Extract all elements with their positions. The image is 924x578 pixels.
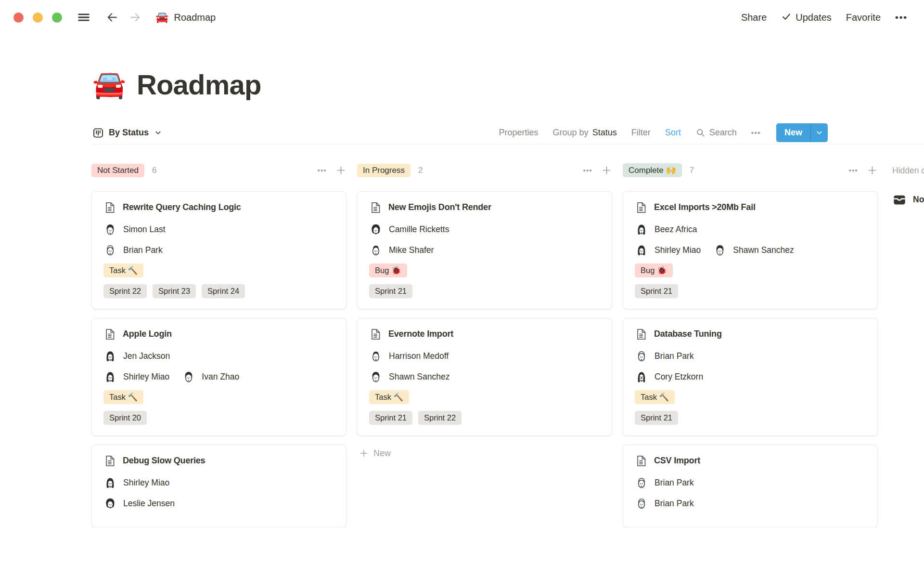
- tag-bug[interactable]: Bug 🐞: [635, 263, 673, 277]
- plus-icon: [359, 448, 369, 458]
- card-rewrite-query-caching-logic[interactable]: Rewrite Query Caching LogicSimon LastBri…: [91, 191, 346, 309]
- person-beez-africa: Beez Africa: [635, 223, 697, 236]
- column-add-icon[interactable]: [867, 165, 878, 176]
- back-arrow-icon[interactable]: [91, 11, 119, 24]
- hidden-columns-section: Hidden columns No Status: [892, 163, 924, 207]
- column-status-pill[interactable]: In Progress: [357, 164, 411, 177]
- column-more-icon[interactable]: •••: [583, 167, 592, 174]
- sprint-tag-sprint-23[interactable]: Sprint 23: [153, 284, 196, 298]
- chevron-down-icon: [154, 129, 162, 136]
- card-evernote-import[interactable]: Evernote ImportHarrison MedoffShawn Sanc…: [357, 318, 612, 436]
- person-name: Beez Africa: [654, 224, 697, 235]
- card-debug-slow-queries[interactable]: Debug Slow QueriesShirley MiaoLeslie Jen…: [91, 445, 346, 527]
- person-name: Cory Etzkorn: [654, 372, 703, 382]
- column-more-icon[interactable]: •••: [849, 167, 858, 174]
- toolbar-more-icon[interactable]: •••: [751, 129, 761, 137]
- breadcrumb[interactable]: 🚘 Roadmap: [155, 12, 216, 23]
- card-title-row: Rewrite Query Caching Logic: [103, 201, 334, 214]
- filter-button[interactable]: Filter: [631, 128, 651, 138]
- sprint-tag-sprint-22[interactable]: Sprint 22: [418, 411, 462, 425]
- person-simon-last: Simon Last: [103, 223, 166, 236]
- card-apple-login[interactable]: Apple LoginJen JacksonShirley MiaoIvan Z…: [91, 318, 346, 436]
- tag-row: Task 🔨: [103, 390, 334, 404]
- add-card-button[interactable]: New: [357, 446, 612, 461]
- person-row: Simon Last: [103, 222, 334, 238]
- person-name: Simon Last: [123, 224, 166, 235]
- page-icon: [103, 455, 116, 467]
- person-name: Brian Park: [654, 499, 694, 509]
- sort-button[interactable]: Sort: [665, 128, 681, 138]
- sprint-tag-sprint-20[interactable]: Sprint 20: [103, 411, 147, 425]
- new-button-label: New: [776, 123, 810, 142]
- view-switcher[interactable]: By Status: [92, 127, 162, 139]
- person-name: Jen Jackson: [123, 351, 170, 361]
- column-status-pill[interactable]: Complete 🙌: [623, 163, 682, 177]
- close-window-button[interactable]: [13, 13, 24, 23]
- tag-task[interactable]: Task 🔨: [369, 390, 409, 404]
- man-light-avatar-icon: [635, 350, 648, 363]
- tag-task[interactable]: Task 🔨: [103, 263, 143, 277]
- tag-task[interactable]: Task 🔨: [103, 390, 143, 404]
- person-shirley-miao: Shirley Miao: [103, 476, 169, 490]
- card-csv-import[interactable]: CSV ImportBrian ParkBrian Park: [623, 445, 878, 527]
- sprint-tag-sprint-24[interactable]: Sprint 24: [202, 284, 245, 298]
- person-row: Shirley MiaoShawn Sanchez: [635, 242, 866, 259]
- card-database-tuning[interactable]: Database TuningBrian ParkCory EtzkornTas…: [623, 318, 878, 436]
- column-more-icon[interactable]: •••: [318, 167, 327, 174]
- column-add-icon[interactable]: [601, 165, 612, 176]
- hidden-column-no-status[interactable]: No Status: [892, 193, 924, 207]
- man-light-avatar-icon: [635, 476, 648, 490]
- person-name: Brian Park: [654, 478, 694, 488]
- man-dark-avatar-icon: [713, 244, 727, 257]
- person-jen-jackson: Jen Jackson: [103, 350, 170, 363]
- person-leslie-jensen: Leslie Jensen: [103, 497, 175, 511]
- tag-task[interactable]: Task 🔨: [635, 390, 675, 404]
- column-status-pill[interactable]: Not Started: [91, 164, 144, 177]
- card-title-row: Apple Login: [103, 328, 334, 341]
- hidden-columns-label[interactable]: Hidden columns: [892, 163, 924, 178]
- sidebar-menu-icon[interactable]: [77, 10, 91, 25]
- person-row: Leslie Jensen: [103, 496, 334, 512]
- share-button[interactable]: Share: [741, 12, 767, 23]
- card-excel-imports-20mb-fail[interactable]: Excel Imports >20Mb FailBeez AfricaShirl…: [623, 191, 878, 309]
- new-button-chevron[interactable]: [811, 123, 828, 142]
- page-icon: [369, 328, 382, 341]
- window-more-icon[interactable]: •••: [895, 12, 908, 23]
- updates-button[interactable]: Updates: [781, 11, 832, 24]
- sprint-row: Sprint 21: [369, 284, 600, 298]
- sprint-tag-sprint-21[interactable]: Sprint 21: [369, 411, 412, 425]
- group-by-value: Status: [592, 128, 617, 138]
- sprint-row: Sprint 21: [635, 284, 866, 298]
- minimize-window-button[interactable]: [33, 13, 43, 23]
- sprint-tag-sprint-21[interactable]: Sprint 21: [369, 284, 412, 298]
- man-dark-avatar-icon: [369, 370, 383, 384]
- column-count: 2: [418, 166, 423, 175]
- tag-bug[interactable]: Bug 🐞: [369, 263, 407, 277]
- inbox-icon: [892, 193, 907, 207]
- properties-button[interactable]: Properties: [499, 128, 539, 138]
- woman-bob-avatar-icon: [103, 370, 117, 384]
- new-button[interactable]: New: [776, 123, 828, 142]
- column-add-icon[interactable]: [335, 165, 346, 176]
- sprint-tag-sprint-22[interactable]: Sprint 22: [103, 284, 147, 298]
- person-ivan-zhao: Ivan Zhao: [182, 370, 239, 384]
- maximize-window-button[interactable]: [52, 13, 62, 23]
- card-new-emojis-don-t-render[interactable]: New Emojis Don't RenderCamille RickettsM…: [357, 191, 612, 309]
- forward-arrow-icon[interactable]: [119, 11, 142, 24]
- page-title[interactable]: Roadmap: [137, 70, 261, 100]
- favorite-button[interactable]: Favorite: [846, 12, 881, 23]
- sprint-tag-sprint-21[interactable]: Sprint 21: [635, 284, 678, 298]
- group-by-button[interactable]: Group by Status: [553, 128, 617, 138]
- search-button[interactable]: Search: [695, 128, 737, 138]
- view-name: By Status: [109, 128, 149, 138]
- hidden-column-name: No Status: [913, 195, 924, 205]
- page-emoji-icon[interactable]: 🚘: [92, 71, 126, 100]
- board-column-in-progress: In Progress2•••New Emojis Don't RenderCa…: [357, 163, 612, 527]
- person-shirley-miao: Shirley Miao: [103, 370, 169, 384]
- person-name: Harrison Medoff: [389, 351, 449, 361]
- man-short-avatar-icon: [369, 350, 383, 363]
- person-row: Shawn Sanchez: [369, 369, 600, 385]
- card-title-row: New Emojis Don't Render: [369, 201, 600, 214]
- sprint-tag-sprint-21[interactable]: Sprint 21: [635, 411, 678, 425]
- tag-row: Bug 🐞: [369, 263, 600, 277]
